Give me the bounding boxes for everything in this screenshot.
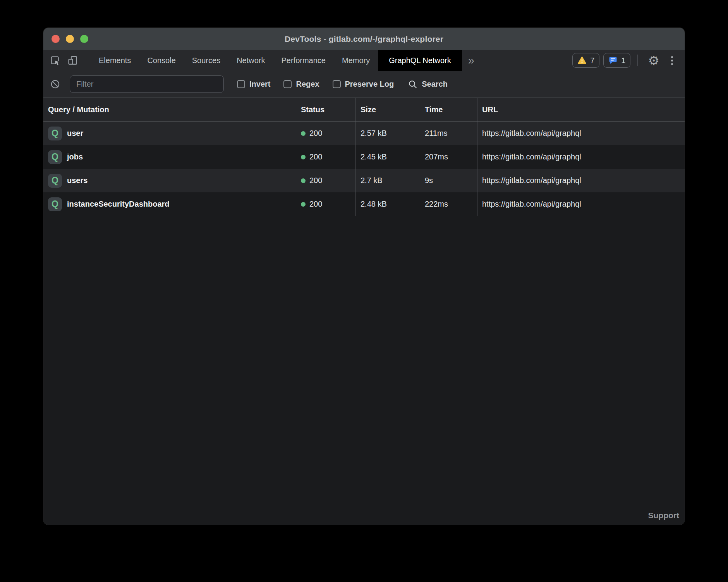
regex-checkbox[interactable] (283, 80, 292, 88)
block-icon (50, 79, 60, 89)
response-size: 2.45 kB (361, 152, 387, 161)
status-code: 200 (309, 176, 322, 185)
query-type-badge: Q (48, 197, 62, 211)
query-name: user (67, 129, 83, 138)
response-size: 2.48 kB (361, 200, 387, 209)
table-row[interactable]: Q jobs 200 2.45 kB 207ms https://gitlab.… (43, 145, 685, 169)
request-url: https://gitlab.com/api/graphql (482, 152, 581, 161)
tab-sources[interactable]: Sources (184, 50, 228, 71)
tabbar-separator (637, 55, 638, 66)
response-time: 222ms (425, 200, 448, 209)
minimize-button[interactable] (66, 35, 74, 43)
column-header-size[interactable]: Size (355, 98, 420, 121)
column-header-time[interactable]: Time (420, 98, 477, 121)
status-code: 200 (309, 200, 322, 209)
warning-icon (577, 56, 587, 65)
traffic-lights (52, 28, 88, 50)
table-row[interactable]: Q users 200 2.7 kB 9s https://gitlab.com… (43, 169, 685, 192)
status-ok-dot (301, 155, 306, 159)
query-type-badge: Q (48, 127, 62, 140)
devtools-window: DevTools - gitlab.com/-/graphql-explorer… (43, 28, 685, 525)
status-code: 200 (309, 152, 322, 161)
table-header-row: Query / Mutation Status Size Time URL (43, 98, 685, 122)
panel-tabs: Elements Console Sources Network Perform… (91, 50, 462, 71)
column-header-query-mutation[interactable]: Query / Mutation (43, 98, 296, 121)
filter-input[interactable] (70, 75, 224, 93)
search-icon (408, 79, 418, 89)
device-toolbar-icon (67, 55, 78, 66)
close-button[interactable] (52, 35, 60, 43)
status-ok-dot (301, 178, 306, 183)
invert-checkbox[interactable] (237, 80, 245, 88)
table-row[interactable]: Q user 200 2.57 kB 211ms https://gitlab.… (43, 122, 685, 145)
column-header-status[interactable]: Status (296, 98, 355, 121)
regex-label: Regex (296, 80, 319, 89)
filter-toolbar: Invert Regex Preserve Log Search (43, 71, 685, 98)
tab-network[interactable]: Network (228, 50, 273, 71)
column-header-url[interactable]: URL (477, 98, 685, 121)
response-size: 2.7 kB (361, 176, 383, 185)
support-link[interactable]: Support (648, 511, 679, 520)
table-row[interactable]: Q instanceSecurityDashboard 200 2.48 kB … (43, 192, 685, 216)
more-tabs-button[interactable]: » (462, 50, 481, 71)
settings-button[interactable]: ⚙ (645, 54, 663, 67)
tab-graphql-network[interactable]: GraphQL Network (378, 50, 462, 71)
window-titlebar: DevTools - gitlab.com/-/graphql-explorer (43, 28, 685, 50)
response-time: 9s (425, 176, 433, 185)
chevron-double-right-icon: » (468, 55, 474, 66)
regex-checkbox-group[interactable]: Regex (283, 80, 319, 89)
clear-requests-button[interactable] (43, 79, 65, 89)
preserve-log-label: Preserve Log (345, 80, 394, 89)
request-url: https://gitlab.com/api/graphql (482, 129, 581, 138)
response-size: 2.57 kB (361, 129, 387, 138)
request-url: https://gitlab.com/api/graphql (482, 200, 581, 209)
invert-label: Invert (249, 80, 270, 89)
preserve-log-checkbox-group[interactable]: Preserve Log (333, 80, 394, 89)
status-ok-dot (301, 131, 306, 136)
tab-performance[interactable]: Performance (273, 50, 334, 71)
status-ok-dot (301, 202, 306, 207)
query-name: instanceSecurityDashboard (67, 200, 170, 209)
window-title: DevTools - gitlab.com/-/graphql-explorer (285, 34, 443, 44)
tab-memory[interactable]: Memory (334, 50, 378, 71)
search-label: Search (422, 80, 448, 89)
inspect-element-button[interactable] (43, 50, 64, 71)
warnings-button[interactable]: 7 (572, 53, 599, 68)
customize-devtools-button[interactable] (666, 54, 678, 67)
query-type-badge: Q (48, 174, 62, 188)
preserve-log-checkbox[interactable] (333, 80, 341, 88)
devtools-tabbar: Elements Console Sources Network Perform… (43, 50, 685, 71)
issues-count: 1 (621, 56, 625, 65)
query-type-badge: Q (48, 150, 62, 164)
status-code: 200 (309, 129, 322, 138)
message-bubble-icon (608, 56, 618, 65)
query-name: jobs (67, 152, 83, 161)
response-time: 211ms (425, 129, 448, 138)
invert-checkbox-group[interactable]: Invert (237, 80, 270, 89)
tab-console[interactable]: Console (139, 50, 184, 71)
zoom-button[interactable] (80, 35, 88, 43)
query-name: users (67, 176, 88, 185)
table-empty-area (43, 216, 685, 525)
inspect-cursor-icon (50, 55, 60, 66)
toolbar-separator (85, 55, 85, 66)
warning-count: 7 (590, 56, 594, 65)
response-time: 207ms (425, 152, 448, 161)
tab-elements[interactable]: Elements (91, 50, 139, 71)
kebab-menu-icon (671, 56, 673, 65)
gear-icon: ⚙ (648, 53, 659, 68)
request-url: https://gitlab.com/api/graphql (482, 176, 581, 185)
toggle-device-toolbar-button[interactable] (64, 50, 82, 71)
search-button[interactable]: Search (408, 79, 448, 89)
issues-button[interactable]: 1 (603, 53, 630, 68)
tabbar-right-controls: 7 1 ⚙ (572, 50, 685, 71)
graphql-requests-table: Query / Mutation Status Size Time URL Q … (43, 98, 685, 525)
